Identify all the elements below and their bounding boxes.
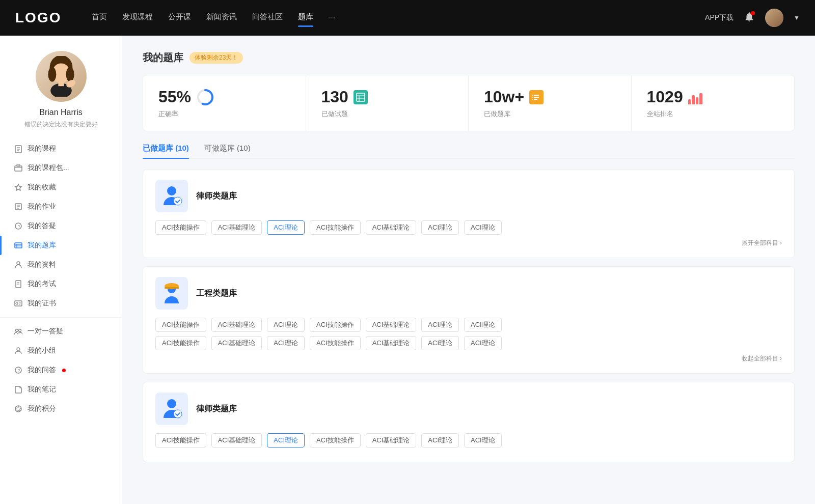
stat-accuracy: 55% 正确率 — [143, 75, 306, 131]
teal-table-icon — [354, 90, 368, 104]
tag-1-1[interactable]: ACI基础理论 — [211, 220, 262, 235]
nav-right: APP下载 ▼ — [705, 9, 800, 27]
stat-done-banks: 10w+ 已做题库 — [469, 75, 632, 131]
tag-2b-2[interactable]: ACI理论 — [267, 336, 305, 350]
page-title: 我的题库 — [143, 51, 183, 65]
nav-qa[interactable]: 问答社区 — [252, 12, 283, 24]
tag-3-3[interactable]: ACI技能操作 — [310, 433, 361, 447]
tags-row-2a: ACI技能操作 ACI基础理论 ACI理论 ACI技能操作 ACI基础理论 AC… — [155, 318, 782, 332]
nav-home[interactable]: 首页 — [92, 12, 107, 24]
sidebar-item-my-group[interactable]: 我的小组 — [0, 341, 122, 360]
expand-link-1[interactable]: 展开全部科目 › — [155, 239, 782, 247]
sidebar-item-profile[interactable]: 我的资料 — [0, 255, 122, 274]
user-avatar — [36, 51, 87, 102]
sidebar-item-course-package[interactable]: 我的课程包... — [0, 158, 122, 178]
page-header: 我的题库 体验剩余23天！ — [143, 51, 795, 65]
sidebar-label: 我的积分 — [28, 404, 56, 413]
tab-available-banks[interactable]: 可做题库 (10) — [204, 144, 251, 158]
tag-2b-4[interactable]: ACI基础理论 — [366, 336, 417, 350]
sidebar-item-my-qa[interactable]: ? 我的问答 — [0, 360, 122, 380]
trial-badge: 体验剩余23天！ — [189, 52, 243, 64]
tag-2b-5[interactable]: ACI理论 — [421, 336, 459, 350]
one-on-one-icon — [14, 327, 22, 335]
sidebar-label: 我的问答 — [28, 366, 56, 375]
sidebar-item-my-notes[interactable]: 我的笔记 — [0, 380, 122, 399]
svg-rect-5 — [58, 81, 64, 87]
nav-links: 首页 发现课程 公开课 新闻资讯 问答社区 题库 ··· — [92, 12, 705, 24]
svg-point-2 — [48, 67, 56, 82]
nav-open-course[interactable]: 公开课 — [168, 12, 191, 24]
tag-2-4[interactable]: ACI基础理论 — [366, 318, 417, 332]
tag-2b-1[interactable]: ACI基础理论 — [211, 336, 262, 350]
tag-3-6[interactable]: ACI理论 — [464, 433, 502, 447]
tag-2-2[interactable]: ACI理论 — [267, 318, 305, 332]
sidebar-item-my-course[interactable]: 我的课程 — [0, 139, 122, 158]
course-package-icon — [14, 164, 22, 172]
tag-1-4[interactable]: ACI基础理论 — [366, 220, 417, 235]
sidebar-item-my-questions[interactable]: ? 我的答疑 — [0, 216, 122, 236]
sidebar-item-collection[interactable]: 我的收藏 — [0, 178, 122, 197]
tag-3-1[interactable]: ACI基础理论 — [211, 433, 262, 447]
svg-point-33 — [16, 329, 18, 332]
tag-2-0[interactable]: ACI技能操作 — [155, 318, 206, 332]
sidebar-label: 我的资料 — [28, 260, 56, 269]
tag-2-1[interactable]: ACI基础理论 — [211, 318, 262, 332]
svg-rect-57 — [165, 287, 179, 289]
tag-2b-6[interactable]: ACI理论 — [464, 336, 502, 350]
collection-icon — [14, 183, 22, 191]
tag-1-2[interactable]: ACI理论 — [267, 220, 305, 235]
tag-2-6[interactable]: ACI理论 — [464, 318, 502, 332]
stat-value-questions: 130 — [321, 88, 348, 106]
stat-top: 10w+ — [484, 88, 616, 106]
tag-3-2[interactable]: ACI理论 — [267, 433, 305, 447]
nav-more[interactable]: ··· — [329, 13, 335, 23]
user-dropdown-arrow[interactable]: ▼ — [794, 14, 800, 21]
sidebar-item-cert[interactable]: 我的证书 — [0, 294, 122, 313]
logo: LOGO — [15, 10, 61, 26]
collapse-text-2: 收起全部科目 › — [742, 355, 782, 362]
svg-point-59 — [174, 410, 182, 418]
sidebar-label: 我的小组 — [28, 346, 56, 355]
tag-3-4[interactable]: ACI基础理论 — [366, 433, 417, 447]
tag-2-3[interactable]: ACI技能操作 — [310, 318, 361, 332]
tag-1-3[interactable]: ACI技能操作 — [310, 220, 361, 235]
sidebar-item-one-on-one[interactable]: 一对一答疑 — [0, 322, 122, 341]
svg-point-25 — [17, 262, 20, 265]
app-download-button[interactable]: APP下载 — [705, 13, 734, 22]
nav-question-bank[interactable]: 题库 — [298, 12, 313, 24]
tag-2b-0[interactable]: ACI技能操作 — [155, 336, 206, 350]
sidebar-label: 我的笔记 — [28, 385, 56, 394]
tag-3-0[interactable]: ACI技能操作 — [155, 433, 206, 447]
lawyer-icon-wrap — [155, 180, 188, 212]
tag-2-5[interactable]: ACI理论 — [421, 318, 459, 332]
my-points-icon — [14, 405, 22, 413]
main-content: 我的题库 体验剩余23天！ 55% 正确率 — [122, 36, 815, 504]
sidebar-label: 我的作业 — [28, 202, 56, 211]
sidebar-item-my-bank[interactable]: 我的题库 — [0, 236, 122, 255]
tag-1-0[interactable]: ACI技能操作 — [155, 220, 206, 235]
nav-news[interactable]: 新闻资讯 — [206, 12, 237, 24]
sidebar-item-homework[interactable]: 我的作业 — [0, 197, 122, 216]
collapse-link-2[interactable]: 收起全部科目 › — [155, 354, 782, 363]
bank-title-2: 工程类题库 — [196, 288, 237, 299]
expand-text-1: 展开全部科目 › — [742, 239, 782, 246]
my-course-icon — [14, 145, 22, 153]
stat-value-accuracy: 55% — [158, 88, 191, 106]
nav-discover[interactable]: 发现课程 — [122, 12, 153, 24]
sidebar-item-my-points[interactable]: 我的积分 — [0, 399, 122, 418]
tab-done-banks[interactable]: 已做题库 (10) — [143, 144, 189, 158]
tag-3-5[interactable]: ACI理论 — [421, 433, 459, 447]
tag-1-6[interactable]: ACI理论 — [464, 220, 502, 235]
sidebar-item-exam[interactable]: 我的考试 — [0, 274, 122, 294]
tag-1-5[interactable]: ACI理论 — [421, 220, 459, 235]
svg-point-35 — [17, 348, 20, 351]
pie-chart-icon — [196, 88, 214, 106]
bank-card-header: 律师类题库 — [155, 180, 782, 212]
svg-text:?: ? — [18, 224, 20, 229]
bank-card-header-2: 工程类题库 — [155, 277, 782, 310]
sidebar-label: 我的考试 — [28, 279, 56, 289]
stat-top: 1029 — [647, 88, 779, 106]
notification-bell[interactable] — [744, 11, 755, 24]
tag-2b-3[interactable]: ACI技能操作 — [310, 336, 361, 350]
user-avatar-nav[interactable] — [765, 9, 783, 27]
